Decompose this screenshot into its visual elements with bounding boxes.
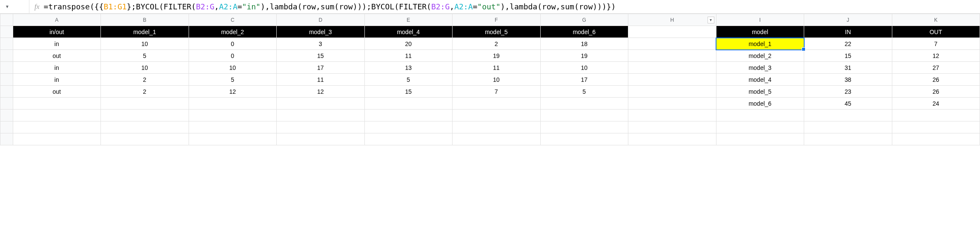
column-header-E[interactable]: E [364,14,453,26]
cell[interactable] [364,98,453,110]
cell[interactable] [101,121,189,133]
cell[interactable] [628,38,716,50]
cell[interactable] [540,98,628,110]
cell[interactable]: in [13,38,101,50]
active-cell[interactable]: model_1 [716,38,804,50]
cell[interactable]: 45 [804,98,892,110]
column-header-G[interactable]: G [540,14,628,26]
cell[interactable] [628,86,716,98]
cell[interactable]: 2 [101,86,189,98]
cell[interactable]: 18 [540,38,628,50]
cell[interactable]: 5 [540,86,628,98]
cell[interactable] [277,110,365,121]
row-header[interactable] [0,26,13,38]
cell[interactable]: 10 [101,38,189,50]
cell[interactable] [804,121,892,133]
cell[interactable] [540,121,628,133]
cell[interactable] [716,121,804,133]
row-header[interactable] [0,121,13,133]
cell[interactable] [101,133,189,145]
column-header-J[interactable]: J [804,14,892,26]
column-header-H[interactable]: H▾ [628,14,716,26]
cell[interactable] [277,121,365,133]
cell[interactable] [628,74,716,86]
cell[interactable]: 22 [804,38,892,50]
cell[interactable] [804,110,892,121]
cell[interactable]: IN [804,26,892,38]
cell[interactable]: 10 [101,62,189,74]
cell[interactable]: 20 [364,38,453,50]
cell[interactable]: 24 [892,98,980,110]
cell[interactable]: 11 [453,62,541,74]
cell[interactable] [540,110,628,121]
cell[interactable] [101,98,189,110]
cell[interactable]: model_5 [453,26,541,38]
cell[interactable]: model_1 [101,26,189,38]
cell[interactable] [277,98,365,110]
cell[interactable] [13,121,101,133]
cell[interactable]: model_2 [716,50,804,62]
cell[interactable]: 19 [453,50,541,62]
cell[interactable]: 7 [453,86,541,98]
cell[interactable]: model_5 [716,86,804,98]
row-header[interactable] [0,98,13,110]
cell[interactable] [364,121,453,133]
cell[interactable]: 15 [364,86,453,98]
cell[interactable] [453,110,541,121]
cell[interactable]: in [13,74,101,86]
cell[interactable] [101,110,189,121]
cell[interactable] [453,98,541,110]
cell[interactable]: 5 [189,74,277,86]
cell[interactable]: model_3 [716,62,804,74]
cell[interactable]: 27 [892,62,980,74]
cell[interactable] [892,121,980,133]
cell[interactable] [628,110,716,121]
cell[interactable]: 2 [101,74,189,86]
cell[interactable]: model_4 [716,74,804,86]
column-header-C[interactable]: C [189,14,277,26]
cell[interactable] [453,133,541,145]
cell[interactable]: 26 [892,86,980,98]
column-header-K[interactable]: K [892,14,980,26]
cell[interactable] [540,133,628,145]
cell[interactable]: model_2 [189,26,277,38]
cell[interactable] [628,98,716,110]
cell[interactable]: 15 [804,50,892,62]
cell[interactable]: 17 [540,74,628,86]
cell[interactable] [364,110,453,121]
column-header-I[interactable]: I [716,14,804,26]
cell[interactable] [277,133,365,145]
cell[interactable] [716,133,804,145]
cell[interactable] [189,133,277,145]
cell[interactable]: 10 [540,62,628,74]
cell[interactable]: 0 [189,38,277,50]
row-header[interactable] [0,50,13,62]
cell[interactable]: in/out [13,26,101,38]
cell[interactable]: out [13,50,101,62]
cell[interactable] [453,121,541,133]
cell[interactable] [628,62,716,74]
cell[interactable] [892,133,980,145]
cell[interactable] [628,133,716,145]
spreadsheet-grid[interactable]: ABCDEFGH▾IJK in/outmodel_1model_2model_3… [0,14,980,145]
cell[interactable]: 38 [804,74,892,86]
cell[interactable] [189,110,277,121]
row-header[interactable] [0,133,13,145]
cell[interactable]: out [13,86,101,98]
cell[interactable]: 12 [277,86,365,98]
cell[interactable]: 11 [364,50,453,62]
cell[interactable]: 10 [453,74,541,86]
cell[interactable]: model_6 [540,26,628,38]
filter-icon[interactable]: ▾ [708,17,714,23]
cell[interactable]: 11 [277,74,365,86]
cell[interactable]: 3 [277,38,365,50]
row-header[interactable] [0,86,13,98]
cell[interactable]: 26 [892,74,980,86]
cell[interactable]: 10 [189,62,277,74]
chevron-down-icon[interactable]: ▼ [5,4,9,9]
cell[interactable]: model_3 [277,26,365,38]
row-header[interactable] [0,110,13,121]
row-header[interactable] [0,38,13,50]
cell[interactable]: 23 [804,86,892,98]
cell[interactable]: 12 [892,50,980,62]
